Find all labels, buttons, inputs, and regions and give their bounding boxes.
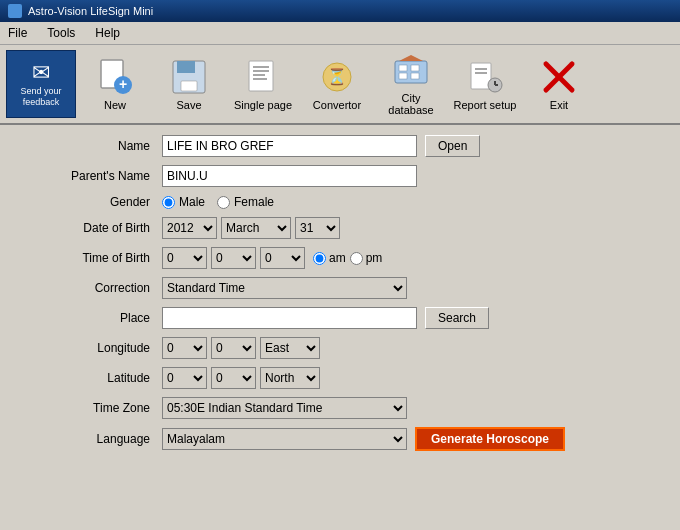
svg-rect-18 bbox=[411, 73, 419, 79]
save-icon bbox=[169, 57, 209, 97]
gender-male-label: Male bbox=[179, 195, 205, 209]
latitude-min-select[interactable]: 0 bbox=[211, 367, 256, 389]
latitude-deg-select[interactable]: 0 bbox=[162, 367, 207, 389]
longitude-deg-select[interactable]: 0 bbox=[162, 337, 207, 359]
svg-text:+: + bbox=[119, 76, 127, 92]
svg-rect-16 bbox=[411, 65, 419, 71]
gender-row: Gender Male Female bbox=[30, 195, 650, 209]
tob-pm-option[interactable]: pm bbox=[350, 251, 383, 265]
svg-rect-7 bbox=[249, 61, 273, 91]
report-setup-label: Report setup bbox=[454, 99, 517, 111]
tob-group: 0 0 0 am pm bbox=[162, 247, 382, 269]
svg-rect-15 bbox=[399, 65, 407, 71]
report-setup-icon bbox=[465, 57, 505, 97]
svg-rect-17 bbox=[399, 73, 407, 79]
save-button[interactable]: Save bbox=[154, 50, 224, 118]
dob-group: 2012 2011 2013 January February March Ap… bbox=[162, 217, 340, 239]
latitude-dir-select[interactable]: North South bbox=[260, 367, 320, 389]
convertor-button[interactable]: ⏳ Convertor bbox=[302, 50, 372, 118]
city-database-button[interactable]: City database bbox=[376, 50, 446, 118]
tob-label: Time of Birth bbox=[30, 251, 150, 265]
generate-button[interactable]: Generate Horoscope bbox=[415, 427, 565, 451]
feedback-icon: ✉ bbox=[32, 60, 50, 86]
tob-pm-radio[interactable] bbox=[350, 252, 363, 265]
gender-label: Gender bbox=[30, 195, 150, 209]
svg-rect-6 bbox=[181, 81, 197, 91]
single-page-label: Single page bbox=[234, 99, 292, 111]
timezone-select[interactable]: 05:30E Indian Standard Time bbox=[162, 397, 407, 419]
tob-pm-label: pm bbox=[366, 251, 383, 265]
svg-text:⏳: ⏳ bbox=[327, 67, 347, 86]
longitude-min-select[interactable]: 0 bbox=[211, 337, 256, 359]
toolbar: ✉ Send your feedback + New Save bbox=[0, 45, 680, 125]
open-button[interactable]: Open bbox=[425, 135, 480, 157]
correction-label: Correction bbox=[30, 281, 150, 295]
gender-male-option[interactable]: Male bbox=[162, 195, 205, 209]
feedback-button[interactable]: ✉ Send your feedback bbox=[6, 50, 76, 118]
name-input[interactable] bbox=[162, 135, 417, 157]
form-container: Name Open Parent's Name Gender Male Fema… bbox=[0, 125, 680, 469]
menu-tools[interactable]: Tools bbox=[43, 24, 79, 42]
tob-am-radio[interactable] bbox=[313, 252, 326, 265]
tob-row: Time of Birth 0 0 0 am pm bbox=[30, 247, 650, 269]
gender-radio-group: Male Female bbox=[162, 195, 274, 209]
convertor-icon: ⏳ bbox=[317, 57, 357, 97]
tob-hour-select[interactable]: 0 bbox=[162, 247, 207, 269]
city-database-label: City database bbox=[378, 92, 444, 116]
new-label: New bbox=[104, 99, 126, 111]
single-page-button[interactable]: Single page bbox=[228, 50, 298, 118]
single-page-icon bbox=[243, 57, 283, 97]
parents-name-row: Parent's Name bbox=[30, 165, 650, 187]
language-row: Language Malayalam English Hindi Generat… bbox=[30, 427, 650, 451]
name-label: Name bbox=[30, 139, 150, 153]
gender-female-label: Female bbox=[234, 195, 274, 209]
tob-minute-select[interactable]: 0 bbox=[211, 247, 256, 269]
correction-row: Correction Standard Time bbox=[30, 277, 650, 299]
latitude-row: Latitude 0 0 North South bbox=[30, 367, 650, 389]
menu-file[interactable]: File bbox=[4, 24, 31, 42]
report-setup-button[interactable]: Report setup bbox=[450, 50, 520, 118]
dob-label: Date of Birth bbox=[30, 221, 150, 235]
exit-button[interactable]: Exit bbox=[524, 50, 594, 118]
svg-rect-5 bbox=[177, 61, 195, 73]
dob-year-select[interactable]: 2012 2011 2013 bbox=[162, 217, 217, 239]
search-button[interactable]: Search bbox=[425, 307, 489, 329]
new-button[interactable]: + New bbox=[80, 50, 150, 118]
svg-marker-19 bbox=[399, 55, 423, 61]
window-title: Astro-Vision LifeSign Mini bbox=[28, 5, 153, 17]
new-icon: + bbox=[95, 57, 135, 97]
language-select[interactable]: Malayalam English Hindi bbox=[162, 428, 407, 450]
title-bar: Astro-Vision LifeSign Mini bbox=[0, 0, 680, 22]
name-row: Name Open bbox=[30, 135, 650, 157]
feedback-label: Send your feedback bbox=[7, 86, 75, 108]
tob-second-select[interactable]: 0 bbox=[260, 247, 305, 269]
gender-female-radio[interactable] bbox=[217, 196, 230, 209]
language-label: Language bbox=[30, 432, 150, 446]
city-database-icon bbox=[391, 52, 431, 90]
latitude-label: Latitude bbox=[30, 371, 150, 385]
dob-month-select[interactable]: January February March April May June Ju… bbox=[221, 217, 291, 239]
correction-select[interactable]: Standard Time bbox=[162, 277, 407, 299]
menu-help[interactable]: Help bbox=[91, 24, 124, 42]
tob-am-option[interactable]: am bbox=[313, 251, 346, 265]
parents-name-input[interactable] bbox=[162, 165, 417, 187]
place-label: Place bbox=[30, 311, 150, 325]
parents-name-label: Parent's Name bbox=[30, 169, 150, 183]
gender-male-radio[interactable] bbox=[162, 196, 175, 209]
save-label: Save bbox=[176, 99, 201, 111]
convertor-label: Convertor bbox=[313, 99, 361, 111]
timezone-label: Time Zone bbox=[30, 401, 150, 415]
place-row: Place Search bbox=[30, 307, 650, 329]
exit-label: Exit bbox=[550, 99, 568, 111]
latitude-group: 0 0 North South bbox=[162, 367, 320, 389]
longitude-row: Longitude 0 0 East West bbox=[30, 337, 650, 359]
dob-row: Date of Birth 2012 2011 2013 January Feb… bbox=[30, 217, 650, 239]
dob-day-select[interactable]: 31 bbox=[295, 217, 340, 239]
longitude-dir-select[interactable]: East West bbox=[260, 337, 320, 359]
gender-female-option[interactable]: Female bbox=[217, 195, 274, 209]
longitude-group: 0 0 East West bbox=[162, 337, 320, 359]
exit-icon bbox=[539, 57, 579, 97]
svg-rect-14 bbox=[395, 61, 427, 83]
timezone-row: Time Zone 05:30E Indian Standard Time bbox=[30, 397, 650, 419]
place-input[interactable] bbox=[162, 307, 417, 329]
